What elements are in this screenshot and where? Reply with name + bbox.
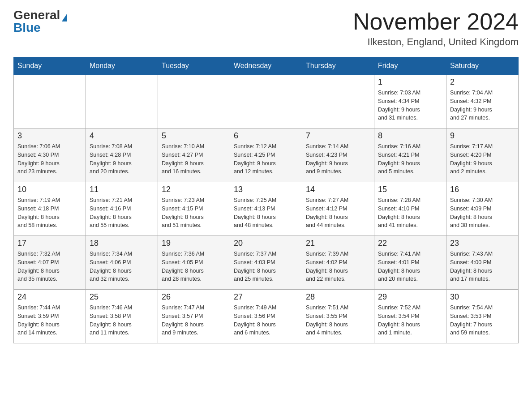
- day-number: 9: [450, 131, 515, 141]
- calendar-cell: 14Sunrise: 7:27 AM Sunset: 4:12 PM Dayli…: [302, 182, 374, 236]
- col-header-sunday: Sunday: [14, 57, 86, 75]
- calendar-cell: 3Sunrise: 7:06 AM Sunset: 4:30 PM Daylig…: [14, 128, 86, 182]
- day-info: Sunrise: 7:54 AM Sunset: 3:53 PM Dayligh…: [450, 304, 515, 337]
- calendar-cell: 27Sunrise: 7:49 AM Sunset: 3:56 PM Dayli…: [230, 290, 302, 343]
- day-number: 4: [90, 131, 154, 141]
- calendar-cell: 10Sunrise: 7:19 AM Sunset: 4:18 PM Dayli…: [14, 182, 86, 236]
- day-info: Sunrise: 7:28 AM Sunset: 4:10 PM Dayligh…: [378, 196, 442, 230]
- day-info: Sunrise: 7:06 AM Sunset: 4:30 PM Dayligh…: [17, 142, 82, 176]
- calendar-cell: 24Sunrise: 7:44 AM Sunset: 3:59 PM Dayli…: [14, 290, 86, 343]
- day-info: Sunrise: 7:43 AM Sunset: 4:00 PM Dayligh…: [450, 250, 515, 283]
- day-info: Sunrise: 7:37 AM Sunset: 4:03 PM Dayligh…: [234, 250, 298, 283]
- day-info: Sunrise: 7:14 AM Sunset: 4:23 PM Dayligh…: [306, 142, 370, 176]
- col-header-saturday: Saturday: [446, 57, 519, 75]
- calendar-table: SundayMondayTuesdayWednesdayThursdayFrid…: [13, 57, 519, 343]
- day-info: Sunrise: 7:12 AM Sunset: 4:25 PM Dayligh…: [234, 142, 298, 176]
- day-number: 11: [90, 185, 154, 194]
- day-number: 7: [306, 131, 370, 141]
- day-info: Sunrise: 7:47 AM Sunset: 3:57 PM Dayligh…: [162, 304, 226, 337]
- col-header-thursday: Thursday: [302, 57, 374, 75]
- day-number: 30: [450, 292, 515, 302]
- day-info: Sunrise: 7:34 AM Sunset: 4:06 PM Dayligh…: [90, 250, 154, 283]
- week-row-1: 1Sunrise: 7:03 AM Sunset: 4:34 PM Daylig…: [14, 75, 519, 128]
- week-row-5: 24Sunrise: 7:44 AM Sunset: 3:59 PM Dayli…: [14, 290, 519, 343]
- day-info: Sunrise: 7:52 AM Sunset: 3:54 PM Dayligh…: [378, 304, 442, 337]
- day-info: Sunrise: 7:51 AM Sunset: 3:55 PM Dayligh…: [306, 304, 370, 337]
- day-number: 5: [162, 131, 226, 141]
- calendar-cell: 30Sunrise: 7:54 AM Sunset: 3:53 PM Dayli…: [446, 290, 519, 343]
- day-number: 2: [450, 77, 515, 87]
- day-number: 14: [306, 185, 370, 194]
- calendar-cell: [158, 75, 230, 128]
- calendar-cell: 6Sunrise: 7:12 AM Sunset: 4:25 PM Daylig…: [230, 128, 302, 182]
- calendar-cell: [230, 75, 302, 128]
- day-headers-row: SundayMondayTuesdayWednesdayThursdayFrid…: [14, 57, 519, 75]
- calendar-cell: 18Sunrise: 7:34 AM Sunset: 4:06 PM Dayli…: [86, 236, 158, 290]
- calendar-cell: 1Sunrise: 7:03 AM Sunset: 4:34 PM Daylig…: [374, 75, 446, 128]
- day-info: Sunrise: 7:23 AM Sunset: 4:15 PM Dayligh…: [162, 196, 226, 230]
- col-header-friday: Friday: [374, 57, 446, 75]
- day-number: 24: [17, 292, 82, 302]
- calendar-cell: 21Sunrise: 7:39 AM Sunset: 4:02 PM Dayli…: [302, 236, 374, 290]
- day-number: 3: [17, 131, 82, 141]
- calendar-cell: 29Sunrise: 7:52 AM Sunset: 3:54 PM Dayli…: [374, 290, 446, 343]
- day-number: 19: [162, 239, 226, 248]
- calendar-cell: 12Sunrise: 7:23 AM Sunset: 4:15 PM Dayli…: [158, 182, 230, 236]
- calendar-cell: 28Sunrise: 7:51 AM Sunset: 3:55 PM Dayli…: [302, 290, 374, 343]
- day-number: 22: [378, 239, 442, 248]
- page-header: General Blue November 2024 Ilkeston, Eng…: [13, 9, 519, 48]
- day-number: 12: [162, 185, 226, 194]
- calendar-cell: 4Sunrise: 7:08 AM Sunset: 4:28 PM Daylig…: [86, 128, 158, 182]
- day-number: 18: [90, 239, 154, 248]
- day-number: 16: [450, 185, 515, 194]
- col-header-tuesday: Tuesday: [158, 57, 230, 75]
- day-info: Sunrise: 7:17 AM Sunset: 4:20 PM Dayligh…: [450, 142, 515, 176]
- location-title: Ilkeston, England, United Kingdom: [353, 36, 519, 48]
- day-info: Sunrise: 7:49 AM Sunset: 3:56 PM Dayligh…: [234, 304, 298, 337]
- calendar-cell: 19Sunrise: 7:36 AM Sunset: 4:05 PM Dayli…: [158, 236, 230, 290]
- day-info: Sunrise: 7:32 AM Sunset: 4:07 PM Dayligh…: [17, 250, 82, 283]
- day-info: Sunrise: 7:27 AM Sunset: 4:12 PM Dayligh…: [306, 196, 370, 230]
- day-info: Sunrise: 7:36 AM Sunset: 4:05 PM Dayligh…: [162, 250, 226, 283]
- day-number: 21: [306, 239, 370, 248]
- day-number: 27: [234, 292, 298, 302]
- day-info: Sunrise: 7:21 AM Sunset: 4:16 PM Dayligh…: [90, 196, 154, 230]
- calendar-cell: 11Sunrise: 7:21 AM Sunset: 4:16 PM Dayli…: [86, 182, 158, 236]
- day-number: 25: [90, 292, 154, 302]
- calendar-cell: 8Sunrise: 7:16 AM Sunset: 4:21 PM Daylig…: [374, 128, 446, 182]
- day-info: Sunrise: 7:39 AM Sunset: 4:02 PM Dayligh…: [306, 250, 370, 283]
- calendar-cell: 17Sunrise: 7:32 AM Sunset: 4:07 PM Dayli…: [14, 236, 86, 290]
- day-info: Sunrise: 7:16 AM Sunset: 4:21 PM Dayligh…: [378, 142, 442, 176]
- day-number: 26: [162, 292, 226, 302]
- day-info: Sunrise: 7:19 AM Sunset: 4:18 PM Dayligh…: [17, 196, 82, 230]
- calendar-cell: 7Sunrise: 7:14 AM Sunset: 4:23 PM Daylig…: [302, 128, 374, 182]
- day-info: Sunrise: 7:44 AM Sunset: 3:59 PM Dayligh…: [17, 304, 82, 337]
- calendar-cell: 5Sunrise: 7:10 AM Sunset: 4:27 PM Daylig…: [158, 128, 230, 182]
- calendar-cell: 23Sunrise: 7:43 AM Sunset: 4:00 PM Dayli…: [446, 236, 519, 290]
- day-info: Sunrise: 7:30 AM Sunset: 4:09 PM Dayligh…: [450, 196, 515, 230]
- day-number: 17: [17, 239, 82, 248]
- day-number: 20: [234, 239, 298, 248]
- day-info: Sunrise: 7:08 AM Sunset: 4:28 PM Dayligh…: [90, 142, 154, 176]
- logo-blue: Blue: [13, 21, 41, 34]
- week-row-4: 17Sunrise: 7:32 AM Sunset: 4:07 PM Dayli…: [14, 236, 519, 290]
- day-info: Sunrise: 7:25 AM Sunset: 4:13 PM Dayligh…: [234, 196, 298, 230]
- logo-general: General: [13, 9, 60, 21]
- week-row-2: 3Sunrise: 7:06 AM Sunset: 4:30 PM Daylig…: [14, 128, 519, 182]
- calendar-cell: 22Sunrise: 7:41 AM Sunset: 4:01 PM Dayli…: [374, 236, 446, 290]
- day-info: Sunrise: 7:41 AM Sunset: 4:01 PM Dayligh…: [378, 250, 442, 283]
- day-number: 13: [234, 185, 298, 194]
- day-info: Sunrise: 7:10 AM Sunset: 4:27 PM Dayligh…: [162, 142, 226, 176]
- calendar-cell: [86, 75, 158, 128]
- logo: General Blue: [13, 9, 67, 34]
- day-number: 10: [17, 185, 82, 194]
- month-title: November 2024: [353, 9, 519, 34]
- day-number: 6: [234, 131, 298, 141]
- calendar-cell: 20Sunrise: 7:37 AM Sunset: 4:03 PM Dayli…: [230, 236, 302, 290]
- week-row-3: 10Sunrise: 7:19 AM Sunset: 4:18 PM Dayli…: [14, 182, 519, 236]
- day-info: Sunrise: 7:03 AM Sunset: 4:34 PM Dayligh…: [378, 89, 442, 122]
- day-info: Sunrise: 7:04 AM Sunset: 4:32 PM Dayligh…: [450, 89, 515, 122]
- day-number: 28: [306, 292, 370, 302]
- day-info: Sunrise: 7:46 AM Sunset: 3:58 PM Dayligh…: [90, 304, 154, 337]
- day-number: 15: [378, 185, 442, 194]
